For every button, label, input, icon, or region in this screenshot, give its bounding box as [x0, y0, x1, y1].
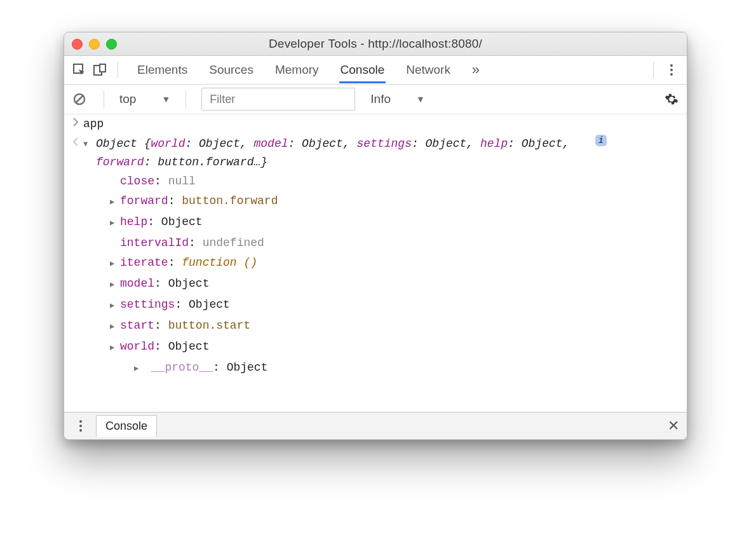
console-filterbar: top ▼ Info ▼: [64, 85, 687, 114]
property-value: button.forward: [182, 195, 278, 207]
tab-network[interactable]: Network: [405, 57, 452, 83]
object-property-row[interactable]: ▶iterate: function (): [106, 253, 687, 274]
more-tabs-icon[interactable]: »: [467, 61, 485, 79]
console-body: app ▼ Object {world: Object, model: Obje…: [64, 114, 687, 405]
svg-point-4: [670, 69, 673, 71]
filter-input-wrapper[interactable]: [201, 88, 355, 111]
property-key: help: [120, 216, 147, 228]
object-property-row[interactable]: intervalId: undefined: [106, 233, 687, 253]
devtools-window: Developer Tools - http://localhost:8080/…: [64, 32, 687, 440]
object-property-row[interactable]: ▶help: Object: [106, 212, 687, 233]
tab-sources[interactable]: Sources: [208, 57, 255, 83]
svg-point-8: [79, 420, 82, 423]
property-key: start: [120, 319, 154, 332]
property-value: Object: [168, 277, 210, 290]
svg-point-5: [670, 73, 673, 76]
inspect-element-icon[interactable]: [71, 61, 88, 79]
console-input-echo: app: [64, 114, 687, 134]
property-key: model: [120, 277, 154, 290]
disclosure-triangle-right-icon[interactable]: ▶: [110, 339, 120, 357]
property-key: world: [120, 340, 154, 353]
devtools-tabs: Elements Sources Memory Console Network: [136, 57, 452, 83]
svg-line-7: [76, 95, 83, 103]
separator: [104, 91, 104, 107]
device-toolbar-icon[interactable]: [91, 61, 109, 79]
property-value: null: [168, 175, 196, 188]
property-value: Object: [168, 340, 210, 353]
separator: [118, 62, 118, 78]
tab-console[interactable]: Console: [339, 57, 386, 83]
object-property-row[interactable]: ▶model: Object: [106, 274, 687, 295]
proto-key: __proto__: [151, 361, 213, 374]
tab-memory[interactable]: Memory: [274, 57, 320, 83]
output-icon: [68, 135, 83, 146]
property-key: settings: [120, 298, 175, 311]
info-badge-icon[interactable]: i: [595, 135, 607, 146]
prompt-icon: [68, 115, 83, 127]
property-key: close: [120, 175, 154, 188]
disclosure-triangle-right-icon[interactable]: ▶: [134, 360, 144, 378]
disclosure-triangle-right-icon[interactable]: ▶: [110, 276, 120, 294]
drawer: Console ✕: [64, 412, 687, 439]
minimize-window-icon[interactable]: [89, 39, 100, 50]
property-value: Object: [161, 216, 203, 228]
context-selector[interactable]: top ▼: [119, 92, 170, 106]
svg-rect-2: [100, 64, 105, 72]
svg-point-10: [79, 429, 82, 432]
property-value: Object: [189, 298, 230, 311]
separator: [653, 62, 654, 78]
level-selector-label: Info: [370, 92, 391, 106]
disclosure-triangle-right-icon[interactable]: ▶: [110, 297, 120, 315]
disclosure-triangle-right-icon[interactable]: ▶: [110, 255, 120, 273]
kebab-menu-icon[interactable]: [663, 61, 680, 79]
disclosure-triangle-right-icon[interactable]: ▶: [110, 193, 120, 212]
console-input-text: app: [83, 115, 104, 134]
clear-console-icon[interactable]: [71, 90, 88, 108]
window-title: Developer Tools - http://localhost:8080/: [64, 37, 687, 51]
disclosure-triangle-right-icon[interactable]: ▶: [110, 214, 120, 233]
disclosure-triangle-right-icon[interactable]: ▶: [110, 318, 120, 336]
separator: [186, 91, 186, 107]
svg-point-3: [670, 64, 673, 67]
object-property-row[interactable]: ▶ __proto__: Object: [130, 358, 687, 379]
property-key: forward: [120, 195, 168, 207]
titlebar: Developer Tools - http://localhost:8080/: [64, 32, 687, 56]
property-value: function (): [182, 256, 257, 269]
object-property-row[interactable]: ▶forward: button.forward: [106, 191, 687, 212]
object-property-row[interactable]: ▶start: button.start: [106, 316, 687, 337]
disclosure-triangle-down-icon[interactable]: ▼: [83, 135, 93, 154]
property-value: button.start: [168, 319, 251, 332]
chevron-down-icon: ▼: [416, 94, 425, 104]
object-property-row[interactable]: close: null: [106, 172, 687, 191]
tab-elements[interactable]: Elements: [136, 57, 189, 83]
object-summary: Object {world: Object, model: Object, se…: [96, 135, 591, 172]
console-output: ▼ Object {world: Object, model: Object, …: [64, 134, 687, 380]
proto-value: Object: [227, 361, 268, 374]
object-property-row[interactable]: ▶settings: Object: [106, 295, 687, 316]
traffic-lights: [72, 39, 117, 50]
drawer-close-icon[interactable]: ✕: [668, 418, 679, 434]
filter-input[interactable]: [208, 92, 348, 107]
tabstrip: Elements Sources Memory Console Network …: [64, 56, 687, 85]
zoom-window-icon[interactable]: [106, 39, 117, 50]
close-window-icon[interactable]: [72, 39, 83, 50]
chevron-down-icon: ▼: [161, 94, 170, 104]
level-selector[interactable]: Info ▼: [370, 92, 425, 106]
property-key: intervalId: [120, 236, 189, 249]
console-settings-icon[interactable]: [663, 90, 680, 108]
context-selector-label: top: [119, 92, 136, 106]
object-summary-row[interactable]: ▼ Object {world: Object, model: Object, …: [83, 135, 687, 172]
drawer-menu-icon[interactable]: [72, 417, 90, 435]
drawer-tab-console[interactable]: Console: [96, 415, 157, 437]
property-value: undefined: [203, 236, 264, 249]
object-property-row[interactable]: ▶world: Object: [106, 337, 687, 358]
property-key: iterate: [120, 256, 168, 269]
svg-point-9: [79, 425, 82, 427]
